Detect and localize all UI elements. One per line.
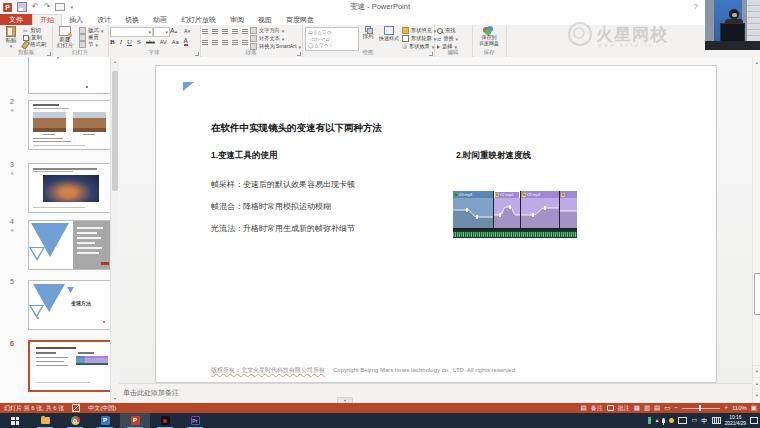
character-spacing-button[interactable]: AV: [160, 39, 167, 45]
bullets-button[interactable]: [202, 29, 208, 34]
zoom-slider[interactable]: [682, 408, 720, 409]
ime-indicator[interactable]: 中: [701, 413, 708, 428]
align-left-button[interactable]: [202, 40, 208, 45]
shape-fill-button[interactable]: 形状填充 ▾: [402, 27, 436, 34]
underline-button[interactable]: U: [127, 38, 132, 46]
thumbnail-slide-6-selected[interactable]: [28, 340, 117, 392]
tab-transitions[interactable]: 切换: [118, 14, 146, 25]
tab-slide-show[interactable]: 幻灯片放映: [174, 14, 223, 25]
font-name-dropdown-icon[interactable]: ▾: [148, 29, 151, 35]
tab-file[interactable]: 文件: [0, 14, 32, 25]
tab-animations[interactable]: 动画: [146, 14, 174, 25]
tab-review[interactable]: 审阅: [223, 14, 251, 25]
scrollbar-thumb[interactable]: [112, 71, 118, 191]
tray-app-icon[interactable]: [669, 418, 674, 423]
taskbar-file-explorer[interactable]: [30, 413, 60, 428]
zoom-slider-knob[interactable]: [699, 405, 701, 411]
numbering-button[interactable]: [212, 29, 218, 34]
shrink-font-button[interactable]: A ▾: [184, 27, 190, 34]
cut-button[interactable]: ✂ 剪切: [23, 27, 41, 34]
tab-home[interactable]: 开始: [32, 14, 62, 25]
volume-icon[interactable]: ▭: [691, 413, 697, 428]
italic-button[interactable]: I: [120, 38, 122, 46]
new-slide-button[interactable]: 新建 幻灯片: [54, 26, 76, 49]
font-color-button[interactable]: A: [184, 38, 188, 46]
network-icon[interactable]: [678, 417, 687, 424]
zoom-in-button[interactable]: +: [724, 403, 728, 413]
dialog-launcher-icon[interactable]: [429, 52, 433, 56]
taskbar-clock[interactable]: 10:16 2021/4/29: [725, 415, 746, 426]
language-indicator[interactable]: 中文(中国): [88, 403, 116, 413]
slideshow-view-button[interactable]: ▭: [664, 403, 670, 413]
align-text-button[interactable]: 对齐文本 ▾: [250, 35, 284, 42]
dialog-launcher-icon[interactable]: [47, 52, 51, 56]
columns-button[interactable]: [242, 40, 248, 45]
section-button[interactable]: 节 ▾: [79, 41, 98, 48]
slide-sorter-view-button[interactable]: ▥: [644, 403, 650, 413]
align-center-button[interactable]: [212, 40, 218, 45]
microphone-icon[interactable]: [662, 418, 665, 423]
quick-styles-button[interactable]: 快速样式: [378, 26, 400, 49]
find-button[interactable]: 查找: [437, 27, 455, 34]
comments-toggle[interactable]: 批注: [618, 403, 630, 413]
thumbnail-slide-4[interactable]: [28, 220, 115, 270]
font-size-combobox[interactable]: ▾: [153, 27, 170, 37]
grow-font-button[interactable]: A ▴: [170, 27, 177, 34]
shapes-gallery[interactable]: ▭▯△▽◇ ○□▷◁▱ ◯△▽◇○: [305, 27, 359, 51]
notes-placeholder[interactable]: 单击此处添加备注: [123, 388, 179, 398]
dialog-launcher-icon[interactable]: [297, 52, 301, 56]
decrease-indent-button[interactable]: [222, 29, 228, 34]
editor-scrollbar[interactable]: ▴ ▾ ▴ ▾: [752, 57, 760, 403]
line-spacing-button[interactable]: [242, 29, 248, 34]
thumbnail-slide-3[interactable]: [28, 163, 115, 213]
touch-keyboard-icon[interactable]: [712, 417, 721, 424]
action-center-icon[interactable]: [750, 417, 758, 424]
help-icon[interactable]: ?: [694, 0, 698, 14]
save-to-baidu-button[interactable]: 保存到 百度网盘: [476, 26, 502, 49]
fit-to-window-button[interactable]: ▣: [751, 403, 757, 413]
taskbar-app-p[interactable]: P: [90, 413, 120, 428]
reset-button[interactable]: 重置: [79, 34, 99, 41]
font-size-dropdown-icon[interactable]: ▾: [165, 29, 168, 35]
tab-design[interactable]: 设计: [90, 14, 118, 25]
paste-button[interactable]: 粘贴 ▾: [2, 26, 20, 49]
start-button[interactable]: [0, 413, 30, 428]
strikethrough-button[interactable]: abc: [146, 39, 155, 45]
show-hidden-icons[interactable]: ▴: [655, 413, 658, 428]
reading-view-button[interactable]: ▤: [654, 403, 660, 413]
bold-button[interactable]: B: [110, 38, 115, 46]
change-case-button[interactable]: Aa: [172, 39, 179, 45]
thumbnail-slide-5[interactable]: 变速方法: [28, 280, 115, 330]
format-painter-button[interactable]: 格式刷: [23, 41, 47, 48]
normal-view-button[interactable]: ▦: [634, 403, 640, 413]
align-right-button[interactable]: [222, 40, 228, 45]
arrange-button[interactable]: 排列: [359, 26, 377, 49]
font-name-combobox[interactable]: ▾: [110, 27, 153, 37]
replace-button[interactable]: ⇄ 替换 ▾: [437, 35, 458, 42]
thumbnail-slide-2[interactable]: [28, 100, 115, 150]
proofing-icon[interactable]: [72, 404, 80, 412]
zoom-out-button[interactable]: −: [674, 403, 678, 413]
battery-icon[interactable]: [648, 417, 651, 424]
next-slide-button[interactable]: ▾: [753, 389, 760, 401]
scrollbar-thumb[interactable]: [754, 273, 760, 315]
increase-indent-button[interactable]: [232, 29, 238, 34]
tab-baidu-netdisk[interactable]: 百度网盘: [279, 14, 321, 25]
shape-outline-button[interactable]: 形状轮廓 ▾: [402, 35, 436, 42]
thumbnail-slide-1[interactable]: 镜头变速: [28, 57, 115, 94]
notes-toggle[interactable]: 备注: [591, 403, 603, 413]
notes-pane[interactable]: 单击此处添加备注 ▾: [119, 383, 752, 404]
previous-slide-button[interactable]: ▴: [753, 377, 760, 389]
zoom-level[interactable]: 110%: [732, 403, 747, 413]
scroll-up-icon[interactable]: ▴: [756, 60, 758, 65]
scroll-down-icon[interactable]: ▾: [111, 396, 119, 401]
tab-insert[interactable]: 插入: [62, 14, 90, 25]
scroll-down-icon[interactable]: ▾: [753, 365, 760, 377]
scroll-up-icon[interactable]: ▴: [114, 59, 116, 64]
thumbnails-scrollbar[interactable]: ▴ ▾: [110, 57, 119, 403]
taskbar-chrome[interactable]: [60, 413, 90, 428]
text-shadow-button[interactable]: S: [137, 38, 141, 46]
taskbar-premiere[interactable]: Pr: [180, 413, 210, 428]
tab-view[interactable]: 视图: [251, 14, 279, 25]
text-direction-button[interactable]: 文字方向 ▾: [250, 27, 284, 34]
